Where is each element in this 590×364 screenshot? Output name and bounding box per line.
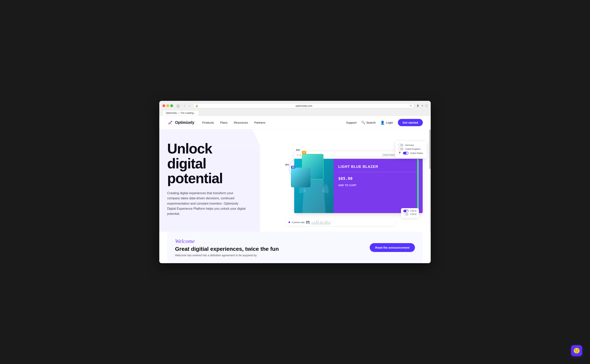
bar-1 — [311, 223, 312, 225]
geo-targeting-ui: Germany United Kingdom 📍 United States — [395, 141, 427, 158]
variant-images: V2 63% V1 35% — [290, 177, 291, 180]
customer-data-label: Customer data — [292, 221, 305, 223]
nav-products[interactable]: Products — [202, 121, 214, 124]
welcome-sub: Welcome has entered into a definitive ag… — [175, 254, 363, 257]
background-shape — [159, 130, 262, 232]
svg-point-1 — [169, 124, 170, 124]
refresh-button[interactable]: ↻ — [410, 104, 412, 107]
maximize-traffic-light[interactable] — [170, 104, 173, 107]
bar-14 — [324, 222, 325, 225]
geo-item-uk: United Kingdom — [398, 148, 424, 150]
bar-15 — [325, 221, 326, 225]
bar-9 — [319, 223, 320, 225]
read-announcement-button[interactable]: Read the announcement — [370, 243, 415, 252]
cta-label-2: CTA #2 — [410, 213, 417, 215]
bar-13 — [323, 223, 323, 225]
logo-text: Optimizely — [175, 120, 194, 125]
geo-label-uk: United Kingdom — [405, 148, 420, 150]
forward-button[interactable]: › — [188, 104, 190, 108]
cta-label-1: CTA #1 — [410, 210, 417, 212]
cta-toggle-1[interactable] — [403, 210, 408, 212]
geo-toggle-germany[interactable] — [398, 144, 404, 146]
login-label: Login — [386, 121, 393, 124]
data-bars — [311, 220, 393, 225]
close-traffic-light[interactable] — [163, 104, 165, 107]
search-button[interactable]: 🔍 Search — [361, 121, 376, 124]
bar-10 — [320, 221, 321, 225]
browser-controls: ◫ ‹ › 🔒 optimizely.com ↻ ⬆ + □ — [163, 103, 427, 108]
geo-label-germany: Germany — [405, 144, 414, 146]
welcome-heading: Great digitial experiences, twice the fu… — [175, 246, 363, 252]
bar-11 — [321, 222, 321, 225]
hero-right: Germany United Kingdom 📍 United States — [282, 137, 423, 232]
chatbot-icon: 🙂 — [573, 347, 580, 354]
cta-item-2: CTA #2 — [403, 213, 417, 216]
customer-data-dot — [288, 221, 290, 223]
bar-16 — [326, 221, 327, 225]
tab-label: Optimizely — The Leading... — [166, 112, 196, 114]
geo-toggle-us[interactable] — [403, 152, 408, 155]
bar-6 — [316, 220, 317, 225]
product-card-info: LIGHT BLUE BLAZER $65.00 ADD TO CART — [334, 159, 423, 213]
bar-7 — [317, 221, 318, 225]
product-price: $65.00 — [338, 176, 418, 181]
sidebar-toggle-button[interactable]: ◫ — [175, 104, 181, 108]
geo-item-us: 📍 United States — [398, 151, 424, 155]
url-text: optimizely.com — [200, 104, 408, 107]
logo-icon — [167, 119, 173, 126]
bar-17 — [327, 220, 328, 225]
add-to-cart-button[interactable]: ADD TO CART — [338, 184, 418, 187]
green-accent-bar — [417, 159, 419, 213]
nav-right: Support 🔍 Search 👤 Login Get started — [346, 119, 423, 126]
customer-data-bar: Customer data 💾 — [286, 219, 395, 226]
v2-badge: V2 — [302, 151, 306, 154]
share-button[interactable]: ⬆ — [417, 104, 419, 108]
bar-8 — [318, 220, 319, 225]
browser-actions: ⬆ + □ — [417, 104, 427, 108]
active-tab[interactable]: Optimizely — The Leading... — [163, 110, 199, 116]
logo[interactable]: Optimizely — [167, 119, 194, 126]
nav-plans[interactable]: Plans — [220, 121, 228, 124]
bar-19 — [329, 221, 329, 225]
back-button[interactable]: ‹ — [183, 104, 186, 108]
user-icon: 👤 — [380, 120, 385, 125]
mockup-dot-2 — [299, 154, 301, 156]
bar-3 — [313, 223, 314, 225]
v1-image — [291, 168, 311, 187]
cta-item-1: CTA #1 — [403, 210, 417, 212]
nav-partners[interactable]: Partners — [254, 121, 265, 124]
cta-toggles: CTA #1 CTA #2 — [401, 208, 419, 218]
browser-tabs: Optimizely — The Leading... — [163, 110, 427, 116]
window-button[interactable]: □ — [426, 104, 427, 108]
v1-badge: V1 — [291, 166, 295, 169]
address-bar[interactable]: 🔒 optimizely.com ↻ — [193, 103, 414, 108]
hero-section: Unlock digital potential Creating digita… — [159, 130, 431, 232]
location-pin-icon: 📍 — [398, 151, 401, 155]
geo-toggle-uk[interactable] — [398, 148, 404, 150]
geo-label-us: United States — [410, 152, 423, 154]
product-title: LIGHT BLUE BLAZER — [338, 165, 418, 169]
site-content: Optimizely Products Plans Resources Part… — [159, 116, 431, 263]
search-icon: 🔍 — [361, 121, 365, 124]
minimize-traffic-light[interactable] — [166, 104, 169, 107]
search-label: Search — [366, 121, 376, 124]
pct-35-label: 35% — [285, 164, 289, 166]
get-started-button[interactable]: Get started — [398, 119, 423, 126]
chatbot-button[interactable]: 🙂 — [571, 345, 582, 356]
welcome-text: Welcome Great digitial experiences, twic… — [175, 238, 363, 257]
scrollbar-thumb[interactable] — [429, 130, 431, 169]
cta-toggle-2[interactable] — [403, 213, 408, 216]
bar-5 — [315, 222, 316, 225]
login-button[interactable]: 👤 Login — [380, 120, 393, 125]
site-nav: Optimizely Products Plans Resources Part… — [159, 116, 431, 130]
welcome-banner: Welcome Great digitial experiences, twic… — [167, 232, 423, 263]
welcome-label: Welcome — [175, 238, 363, 244]
nav-links: Products Plans Resources Partners — [202, 121, 346, 124]
nav-resources[interactable]: Resources — [234, 121, 248, 124]
new-tab-button[interactable]: + — [421, 104, 423, 108]
bar-20 — [330, 222, 330, 225]
data-stack-icon: 💾 — [306, 221, 309, 224]
svg-point-0 — [171, 121, 172, 122]
browser-window: ◫ ‹ › 🔒 optimizely.com ↻ ⬆ + □ Optimizel… — [159, 101, 431, 263]
nav-support-link[interactable]: Support — [346, 121, 357, 124]
